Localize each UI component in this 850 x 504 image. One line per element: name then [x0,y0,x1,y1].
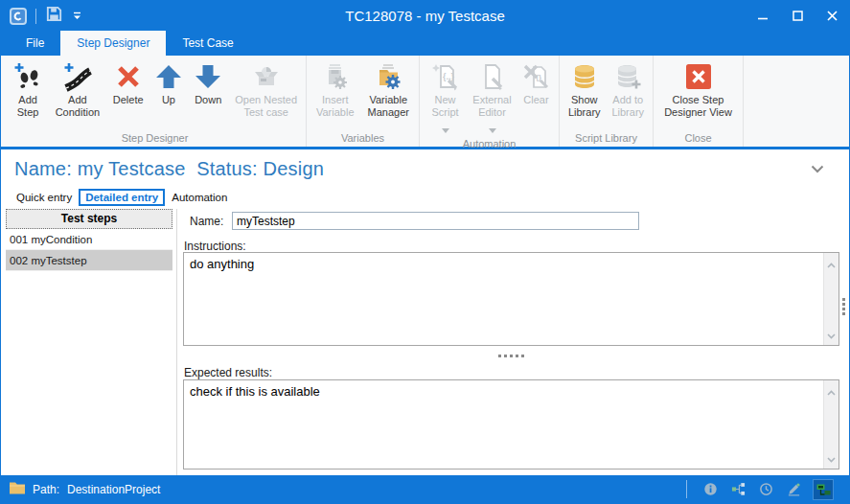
down-arrow-icon [193,59,223,94]
quick-access-dropdown-icon[interactable] [72,8,82,25]
divider [35,9,36,24]
collapse-header-chevron-icon[interactable] [811,160,824,177]
list-item-teststep[interactable]: 002 myTeststep [6,250,172,271]
divider [686,480,687,498]
scroll-down-icon[interactable] [824,449,839,467]
instructions-textbox: do anything [183,252,839,346]
hierarchy-icon[interactable] [729,481,747,498]
path-label: Path: [33,483,59,496]
tab-automation[interactable]: Automation [165,189,234,206]
add-to-library-button: Add to Library [607,58,651,121]
ribbon: Add Step Add Condition [1,56,849,149]
maximize-icon[interactable] [780,1,815,31]
path-value: DestinationProject [67,483,160,496]
ribbon-group-script-library: Show Library Add to Library Script Libra… [560,56,654,147]
vertical-splitter-handle[interactable] [842,298,845,315]
app-logo-icon[interactable] [10,8,27,25]
external-editor-icon [477,59,508,94]
tab-file[interactable]: File [10,31,60,56]
up-arrow-icon [153,59,184,94]
step-name-input[interactable] [232,212,639,230]
folder-icon [9,481,26,497]
history-icon[interactable] [757,481,774,498]
ribbon-group-close: Close Step Designer View Close [654,56,744,147]
scroll-up-icon[interactable] [824,382,839,400]
group-label: Step Designer [4,132,306,147]
add-to-library-icon [612,59,643,94]
open-nested-testcase-icon [251,59,282,94]
group-label: Variables [307,132,419,147]
document-header: Name: my Testcase Status: Design [1,154,849,189]
instructions-scrollbar[interactable] [823,253,839,345]
clear-icon: {} [521,59,552,94]
statusbar: Path: DestinationProject [1,475,849,503]
statusbar-icons [686,479,841,500]
add-step-button[interactable]: Add Step [7,58,49,121]
expected-results-textbox: check if this is available [183,379,839,470]
group-label: Script Library [560,132,653,147]
show-library-button[interactable]: Show Library [563,58,607,121]
window-controls [746,1,849,31]
ribbon-group-step-designer: Add Step Add Condition [4,56,307,147]
open-nested-testcase-button: Open Nested Test case [229,58,303,121]
ribbon-group-variables: Insert Variable Variable Manager Variabl… [307,56,420,147]
test-steps-header: Test steps [6,209,172,229]
tab-detailed-entry[interactable]: Detailed entry [79,189,165,206]
instructions-textarea[interactable]: do anything [184,253,839,345]
new-script-button: {..} New Script [424,58,468,138]
dropdown-arrow-icon [489,120,496,137]
close-step-designer-view-button[interactable]: Close Step Designer View [656,58,740,121]
add-condition-button[interactable]: Add Condition [49,58,105,121]
window-title: TC128078 - my Testcase [1,1,849,31]
delete-button[interactable]: Delete [106,58,150,121]
ribbon-tab-strip: File Step Designer Test Case [1,31,849,56]
group-label: Automation [420,138,559,152]
add-step-icon [12,59,43,94]
expected-results-textarea[interactable]: check if this is available [184,380,839,469]
instructions-label: Instructions: [184,240,246,253]
insert-variable-button: Insert Variable [310,58,361,121]
entry-tab-strip: Quick entry Detailed entry Automation [10,189,234,206]
close-view-icon [683,59,714,94]
variable-manager-button[interactable]: Variable Manager [361,58,416,121]
down-button[interactable]: Down [187,58,229,121]
delete-icon [113,59,144,94]
save-icon[interactable] [45,5,63,27]
tab-step-designer[interactable]: Step Designer [60,31,166,56]
external-editor-button: External Editor [468,58,517,138]
close-icon[interactable] [815,1,849,31]
network-icon[interactable] [813,479,834,500]
group-label: Close [654,132,743,147]
list-item-condition[interactable]: 001 myCondition [6,229,172,250]
minimize-icon[interactable] [746,1,780,31]
expected-results-scrollbar[interactable] [823,380,839,469]
testcase-name-status-title: Name: my Testcase Status: Design [14,158,324,180]
info-icon[interactable] [701,481,719,498]
add-condition-icon [62,59,93,94]
expected-results-label: Expected results: [184,366,272,379]
new-script-icon: {..} [430,59,461,94]
variable-manager-icon [373,59,403,94]
clear-button: {} Clear [517,58,556,121]
horizontal-splitter-handle[interactable] [183,352,839,359]
up-button[interactable]: Up [150,58,187,121]
ribbon-group-automation: {..} New Script [420,56,560,147]
test-steps-panel: Test steps 001 myCondition 002 myTestste… [6,209,172,271]
app-window: TC128078 - my Testcase [0,0,850,504]
titlebar: TC128078 - my Testcase [1,1,849,31]
scroll-down-icon[interactable] [824,326,839,343]
show-library-icon [569,59,600,94]
name-label: Name: [190,215,223,228]
tab-test-case[interactable]: Test Case [166,31,249,56]
svg-text:{..}: {..} [443,72,455,81]
panel-divider [176,209,177,477]
dropdown-arrow-icon [442,120,449,137]
signature-icon[interactable] [785,481,802,498]
quick-access-toolbar [1,5,82,27]
tab-quick-entry[interactable]: Quick entry [10,189,79,206]
scroll-up-icon[interactable] [824,255,839,272]
insert-variable-icon [320,59,351,94]
